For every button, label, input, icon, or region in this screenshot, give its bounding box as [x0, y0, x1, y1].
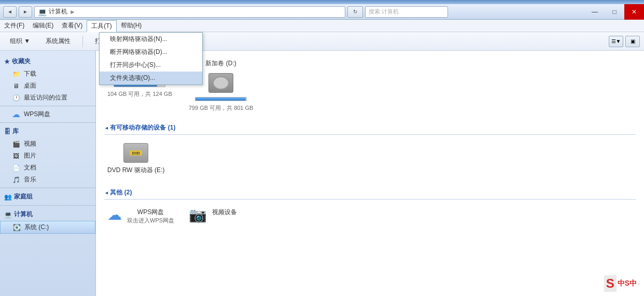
pane-button[interactable]: ▣ [625, 36, 640, 47]
cloud-icon: ☁ [11, 110, 21, 119]
sidebar-divider-1 [0, 106, 95, 106]
wps-cloud-icon-wrap: ☁ [107, 208, 122, 222]
folder-icon: 📁 [11, 70, 21, 78]
camera-label: 视频设备 [212, 208, 237, 217]
sidebar-divider-4 [0, 205, 95, 206]
toolbar-separator [82, 36, 83, 47]
sidebar-item-video[interactable]: 🎬 视频 [0, 138, 95, 150]
drive-item-camera[interactable]: 📷 视频设备 [186, 205, 248, 228]
toolbar: 组织 ▼ 系统属性 打开控制面板 ☰▼ ▣ [0, 32, 644, 51]
drive-item-dvd-e[interactable]: DVD DVD RW 驱动器 (E:) [104, 140, 167, 178]
wps-cloud-sublabel: 双击进入WPS网盘 [127, 217, 174, 224]
close-button[interactable]: ✕ [624, 4, 644, 20]
drive-d-bar-wrap [195, 97, 247, 101]
favorites-section-title: ★ 收藏夹 [0, 55, 95, 68]
address-sep: ► [69, 8, 76, 16]
address-bar[interactable]: 💻 计算机 ► [34, 6, 345, 18]
drive-d-info: 799 GB 可用，共 801 GB [189, 104, 254, 112]
dvd-e-icon: DVD [123, 143, 148, 163]
maximize-button[interactable]: □ [605, 4, 624, 20]
dvd-badge: DVD [130, 150, 142, 156]
wps-dots: · [638, 279, 640, 288]
sidebar-item-desktop[interactable]: 🖥 桌面 [0, 80, 95, 92]
dvd-e-label: DVD RW 驱动器 (E:) [107, 166, 164, 175]
star-icon: ★ [4, 58, 10, 65]
refresh-button[interactable]: ↻ [347, 6, 363, 18]
menu-tools[interactable]: 工具(T) [87, 20, 116, 32]
top-gradient-bar [0, 0, 644, 4]
dropdown-folder-options[interactable]: 文件夹选项(O)... [100, 72, 202, 84]
sidebar-item-pictures[interactable]: 🖼 图片 [0, 150, 95, 162]
drive-c-info: 104 GB 可用，共 124 GB [107, 90, 172, 98]
hdd-d-icon [208, 73, 233, 93]
camera-icon-wrap: 📷 [189, 208, 207, 222]
computer-section-title: 💻 计算机 [0, 208, 95, 221]
menu-file[interactable]: 文件(F) [0, 20, 29, 32]
camera-icon: 📷 [189, 207, 207, 223]
drive-c-icon: 💽 [12, 223, 21, 232]
library-section-title: 🗄 库 [0, 125, 95, 138]
search-bar[interactable]: 搜索 计算机 [365, 6, 448, 18]
computer-icon: 💻 [4, 211, 12, 218]
sidebar-item-recent[interactable]: 🕐 最近访问的位置 [0, 92, 95, 104]
drive-d-icon-wrap [208, 73, 233, 94]
sidebar-divider-2 [0, 122, 95, 123]
desktop-icon: 🖥 [11, 82, 21, 90]
removable-section-header[interactable]: 有可移动存储的设备 (1) [104, 121, 636, 135]
sidebar: ★ 收藏夹 📁 下载 🖥 桌面 🕐 最近访问的位置 ☁ WPS网盘 🗄 库 🎬 [0, 51, 96, 296]
drive-d-bar [195, 97, 246, 101]
drive-d-label-row: 新加卷 (D:) [205, 59, 236, 68]
address-text: 计算机 [49, 7, 67, 16]
organize-button[interactable]: 组织 ▼ [4, 35, 36, 48]
sidebar-item-wps[interactable]: ☁ WPS网盘 [0, 108, 95, 120]
wps-cloud-label: WPS网盘 [127, 208, 174, 217]
menu-view[interactable]: 查看(V) [58, 20, 87, 32]
camera-text-wrap: 视频设备 [212, 208, 237, 217]
dropdown-sync-center[interactable]: 打开同步中心(S)... [100, 59, 202, 72]
library-icon: 🗄 [4, 128, 10, 135]
search-placeholder: 搜索 计算机 [369, 8, 399, 16]
window-controls: — □ ✕ [585, 4, 644, 20]
music-icon: 🎵 [11, 176, 21, 184]
drive-item-wps-cloud[interactable]: ☁ WPS网盘 双击进入WPS网盘 [104, 205, 177, 228]
dropdown-disconnect-drive[interactable]: 断开网络驱动器(D)... [100, 46, 202, 59]
title-bar-left: ◄ ► 💻 计算机 ► ↻ 搜索 计算机 [0, 6, 644, 18]
menu-help[interactable]: 帮助(H) [117, 20, 146, 32]
system-props-button[interactable]: 系统属性 [40, 35, 76, 48]
tools-dropdown: 映射网络驱动器(N)... 断开网络驱动器(D)... 打开同步中心(S)...… [99, 32, 203, 85]
address-icon: 💻 [38, 8, 47, 16]
homegroup-section-title: 👥 家庭组 [0, 190, 95, 203]
sidebar-item-music[interactable]: 🎵 音乐 [0, 174, 95, 186]
menu-bar: 文件(F) 编辑(E) 查看(V) 工具(T) 帮助(H) 映射网络驱动器(N)… [0, 20, 644, 32]
nav-forward-button[interactable]: ► [19, 6, 32, 18]
wps-cloud-icon: ☁ [107, 208, 122, 222]
sidebar-item-sys-c[interactable]: 💽 系统 (C:) [0, 221, 95, 234]
dropdown-map-drive[interactable]: 映射网络驱动器(N)... [100, 33, 202, 46]
picture-icon: 🖼 [11, 152, 21, 160]
minimize-button[interactable]: — [585, 4, 605, 20]
drive-d-bar-container [195, 97, 247, 101]
other-section-header[interactable]: 其他 (2) [104, 186, 636, 200]
title-bar: ◄ ► 💻 计算机 ► ↻ 搜索 计算机 — □ ✕ [0, 4, 644, 20]
wps-s-logo: S [604, 275, 617, 292]
video-icon: 🎬 [11, 140, 21, 148]
other-drives-grid: ☁ WPS网盘 双击进入WPS网盘 📷 视频设备 [104, 205, 636, 228]
main-layout: ★ 收藏夹 📁 下载 🖥 桌面 🕐 最近访问的位置 ☁ WPS网盘 🗄 库 🎬 [0, 51, 644, 296]
homegroup-icon: 👥 [4, 193, 12, 201]
nav-back-button[interactable]: ◄ [3, 6, 17, 18]
wps-cloud-text-wrap: WPS网盘 双击进入WPS网盘 [127, 208, 174, 224]
sidebar-item-documents[interactable]: 📄 文档 [0, 162, 95, 174]
sidebar-item-downloads[interactable]: 📁 下载 [0, 68, 95, 80]
removable-drives-grid: DVD DVD RW 驱动器 (E:) [104, 140, 636, 178]
wps-watermark: S 中S中 · [604, 275, 640, 292]
wps-text: 中S中 [618, 279, 637, 288]
view-button[interactable]: ☰▼ [609, 36, 623, 47]
recent-icon: 🕐 [11, 94, 21, 102]
menu-edit[interactable]: 编辑(E) [29, 20, 58, 32]
document-icon: 📄 [11, 164, 21, 172]
toolbar-right: ☰▼ ▣ [609, 36, 640, 47]
content-area: 104 GB 可用，共 124 GB 新加卷 (D:) 799 GB 可用，共 … [96, 51, 644, 296]
drive-d-label: 新加卷 (D:) [205, 59, 236, 68]
sidebar-divider-3 [0, 188, 95, 188]
